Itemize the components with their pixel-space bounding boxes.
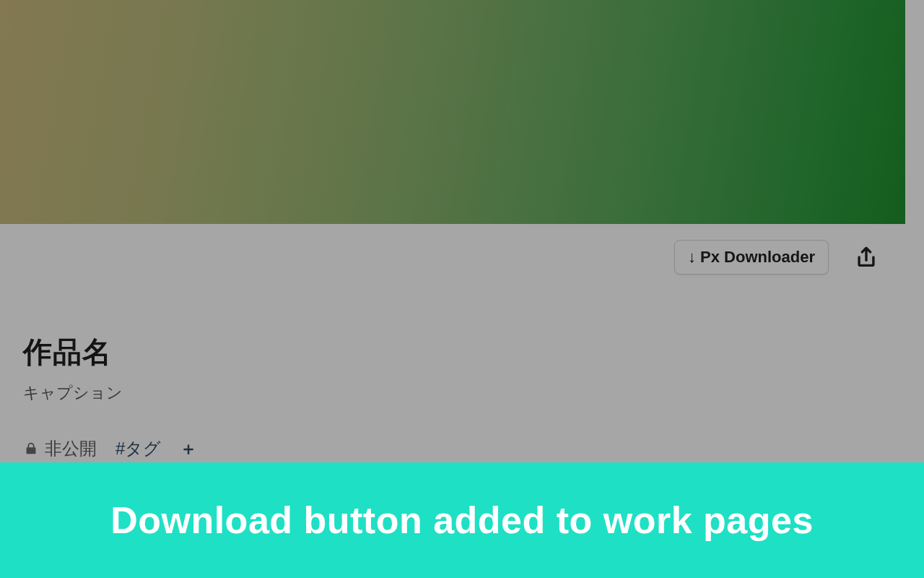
- privacy-badge: 非公開: [23, 437, 97, 460]
- px-downloader-label: Px Downloader: [700, 248, 815, 267]
- action-bar: ↓ Px Downloader: [674, 240, 881, 275]
- work-info-panel: ↓ Px Downloader 作品名 キャプション 非公開: [0, 224, 905, 462]
- work-meta: 作品名 キャプション 非公開 #タグ ＋: [23, 332, 197, 460]
- share-button[interactable]: [852, 243, 881, 272]
- share-icon: [854, 245, 879, 269]
- right-gutter: [905, 0, 924, 462]
- artwork-hero: [0, 0, 905, 224]
- tag-link[interactable]: #タグ: [116, 437, 161, 460]
- add-tag-button[interactable]: ＋: [180, 437, 197, 460]
- tag-row: 非公開 #タグ ＋: [23, 437, 197, 460]
- privacy-label: 非公開: [45, 437, 97, 460]
- page-root: ↓ Px Downloader 作品名 キャプション 非公開: [0, 0, 924, 578]
- work-title: 作品名: [23, 332, 197, 372]
- lock-icon: [23, 441, 39, 457]
- promo-banner-text: Download button added to work pages: [110, 499, 814, 542]
- promo-banner: Download button added to work pages: [0, 462, 924, 578]
- plus-icon: ＋: [180, 439, 197, 458]
- px-downloader-button[interactable]: ↓ Px Downloader: [674, 240, 829, 275]
- work-caption: キャプション: [23, 382, 197, 404]
- download-arrow-icon: ↓: [688, 248, 696, 267]
